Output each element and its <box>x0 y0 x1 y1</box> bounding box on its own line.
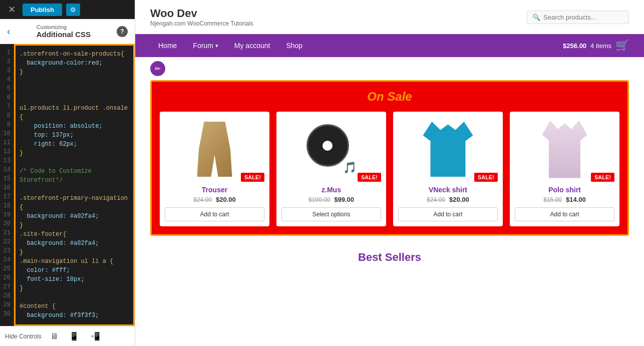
on-sale-title: On Sale <box>160 90 619 104</box>
product-prices-trouser: $24.00 $20.00 <box>193 196 235 203</box>
bottom-bar: Hide Controls 🖥 📱 📲 <box>0 326 135 346</box>
polo-image <box>542 121 587 178</box>
forum-chevron: ▾ <box>215 43 218 49</box>
product-image-trouser: SALE! <box>165 117 264 182</box>
search-icon: 🔍 <box>532 14 540 21</box>
product-prices-music: $100.00 $99.00 <box>308 196 354 203</box>
product-card-polo: SALE! Polo shirt $15.00 $14.00 Add to ca… <box>510 112 619 226</box>
mobile-view-button[interactable]: 📲 <box>88 330 103 342</box>
sale-badge-polo: SALE! <box>591 173 614 182</box>
product-image-polo: SALE! <box>515 117 614 182</box>
trouser-image <box>197 122 232 177</box>
site-header: Woo Dev Njengah.com WooCommerce Tutorial… <box>135 0 644 34</box>
music-disc <box>306 124 349 167</box>
close-button[interactable]: ✕ <box>5 4 19 15</box>
products-grid: SALE! Trouser $24.00 $20.00 Add to cart … <box>160 112 619 226</box>
search-input[interactable] <box>543 14 623 21</box>
nav-links: Home Forum ▾ My account Shop <box>150 34 310 57</box>
product-card-music: 🎵 SALE! z.Mus $100.00 $99.00 Select opti… <box>276 112 386 226</box>
sale-badge-music: SALE! <box>358 173 381 182</box>
product-prices-vneck: $24.00 $20.00 <box>427 196 469 203</box>
code-editor[interactable]: 1234567891011121314151617181920212223242… <box>0 44 135 326</box>
product-card-vneck: SALE! VNeck shirt $24.00 $20.00 Add to c… <box>393 112 503 226</box>
customizer-header: ‹ Customizing Additional CSS ? <box>0 19 135 44</box>
music-note-icon: 🎵 <box>343 161 357 174</box>
top-bar: ✕ Publish ⚙ <box>0 0 135 19</box>
customizer-info: Customizing Additional CSS <box>37 24 91 39</box>
cart-items-count: 4 items <box>590 42 611 50</box>
product-name-vneck: VNeck shirt <box>429 186 467 194</box>
nav-forum[interactable]: Forum ▾ <box>185 34 226 57</box>
nav-home[interactable]: Home <box>150 34 185 57</box>
product-prices-polo: $15.00 $14.00 <box>543 196 585 203</box>
sale-badge-vneck: SALE! <box>474 173 498 182</box>
site-title: Woo Dev <box>150 7 253 20</box>
line-numbers: 1234567891011121314151617181920212223242… <box>0 44 14 326</box>
price-new-music: $99.00 <box>334 196 354 203</box>
customizer-label: Customizing <box>37 24 91 30</box>
price-new-trouser: $20.00 <box>216 196 236 203</box>
on-sale-section: On Sale SALE! Trouser $24.00 $20.00 Add … <box>150 80 629 236</box>
hide-controls-button[interactable]: Hide Controls <box>5 333 42 340</box>
product-card-trouser: SALE! Trouser $24.00 $20.00 Add to cart <box>160 112 269 226</box>
nav-my-account[interactable]: My account <box>226 34 278 57</box>
edit-pencil-button[interactable]: ✏ <box>150 61 165 76</box>
add-to-cart-vneck[interactable]: Add to cart <box>398 207 498 221</box>
cart-icon[interactable]: 🛒 <box>615 39 629 52</box>
nav-bar: Home Forum ▾ My account Shop $256.00 4 i… <box>135 34 644 57</box>
product-image-music: 🎵 SALE! <box>281 117 381 182</box>
site-tagline: Njengah.com WooCommerce Tutorials <box>150 20 253 27</box>
product-image-vneck: SALE! <box>398 117 498 182</box>
price-new-vneck: $20.00 <box>449 196 469 203</box>
product-name-trouser: Trouser <box>202 186 227 194</box>
right-preview: Woo Dev Njengah.com WooCommerce Tutorial… <box>135 0 644 346</box>
tablet-view-button[interactable]: 📱 <box>67 330 82 342</box>
customizer-title: Additional CSS <box>37 30 91 39</box>
price-old-trouser: $24.00 <box>193 196 212 203</box>
nav-shop[interactable]: Shop <box>278 34 310 57</box>
select-options-music[interactable]: Select options <box>281 207 381 221</box>
settings-button[interactable]: ⚙ <box>66 4 80 16</box>
site-title-area: Woo Dev Njengah.com WooCommerce Tutorial… <box>150 7 253 27</box>
left-panel: ✕ Publish ⚙ ‹ Customizing Additional CSS… <box>0 0 135 346</box>
price-old-music: $100.00 <box>308 196 330 203</box>
music-icon-image: 🎵 <box>306 124 357 174</box>
product-name-music: z.Mus <box>321 186 341 194</box>
help-button[interactable]: ? <box>117 26 128 37</box>
price-new-polo: $14.00 <box>566 196 586 203</box>
price-old-polo: $15.00 <box>543 196 562 203</box>
tshirt-image <box>423 122 473 177</box>
cart-amount: $256.00 <box>563 42 586 50</box>
product-name-polo: Polo shirt <box>548 186 581 194</box>
add-to-cart-polo[interactable]: Add to cart <box>515 207 614 221</box>
desktop-view-button[interactable]: 🖥 <box>48 331 61 342</box>
publish-button[interactable]: Publish <box>23 4 62 16</box>
cart-area: $256.00 4 items 🛒 <box>563 39 629 52</box>
search-box[interactable]: 🔍 <box>527 11 629 24</box>
hide-controls-label: Hide Controls <box>5 333 42 340</box>
best-sellers-title: Best Sellers <box>135 246 644 266</box>
back-button[interactable]: ‹ <box>7 26 11 37</box>
price-old-vneck: $24.00 <box>427 196 445 203</box>
code-lines[interactable]: .storefront-on-sale-products{ background… <box>14 44 135 326</box>
sale-badge-trouser: SALE! <box>241 173 264 182</box>
add-to-cart-trouser[interactable]: Add to cart <box>165 207 264 221</box>
